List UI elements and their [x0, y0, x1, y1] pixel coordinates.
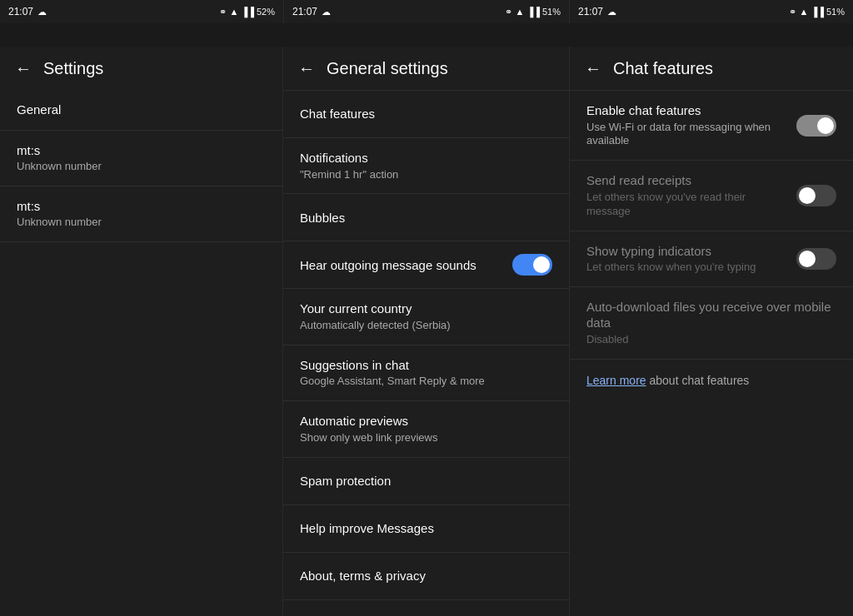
account1-title: mt:s: [17, 142, 266, 159]
sidebar-item-account2[interactable]: mt:s Unknown number: [0, 186, 282, 241]
auto-download-sub: Disabled: [586, 333, 836, 347]
about-label: About, terms & privacy: [300, 568, 552, 584]
typing-indicators-toggle[interactable]: [796, 248, 836, 270]
read-receipts-toggle[interactable]: [796, 185, 836, 206]
status-icons-left: ⚭ ▲ ▐▐ 52%: [219, 7, 275, 17]
toggle-thumb: [799, 251, 816, 267]
chat-features-header: ← Chat features: [570, 47, 853, 90]
notifications-label: Notifications: [300, 150, 552, 166]
enable-chat-toggle[interactable]: [796, 115, 836, 137]
learn-more-link[interactable]: Learn more: [586, 374, 646, 387]
setting-auto-previews[interactable]: Automatic previews Show only web link pr…: [283, 401, 569, 456]
battery-label-mid: 51%: [542, 7, 561, 17]
feature-read-receipts[interactable]: Send read receipts Let others know you'v…: [570, 161, 853, 230]
help-improve-label: Help improve Messages: [300, 520, 552, 537]
toggle-thumb: [533, 256, 550, 273]
enable-chat-sub: Use Wi-Fi or data for messaging when ava…: [586, 121, 786, 149]
auto-previews-label: Automatic previews: [300, 413, 552, 430]
status-bar-right: 21:07 ☁ ⚭ ▲ ▐▐ 51%: [570, 0, 853, 23]
settings-panel: ← Settings General mt:s Unknown number m…: [0, 47, 283, 616]
setting-notifications[interactable]: Notifications "Remind 1 hr" action: [283, 138, 569, 193]
general-settings-list: Chat features Notifications "Remind 1 hr…: [283, 90, 569, 616]
setting-country[interactable]: Your current country Automatically detec…: [283, 289, 569, 344]
chat-features-content: Chat features: [300, 106, 552, 122]
feature-auto-download[interactable]: Auto-download files you receive over mob…: [570, 287, 853, 359]
spam-label: Spam protection: [300, 473, 552, 489]
general-settings-panel: ← General settings Chat features Notific…: [283, 47, 570, 616]
sidebar-item-account1[interactable]: mt:s Unknown number: [0, 131, 282, 186]
suggestions-sub: Google Assistant, Smart Reply & more: [300, 375, 552, 389]
time-left: 21:07: [8, 6, 33, 17]
suggestions-content: Suggestions in chat Google Assistant, Sm…: [300, 357, 552, 389]
auto-download-title: Auto-download files you receive over mob…: [586, 299, 836, 331]
link-icon-right: ⚭: [789, 7, 796, 17]
cloud-icon-mid: ☁: [322, 7, 331, 17]
setting-bubbles[interactable]: Bubbles: [283, 194, 569, 241]
notifications-sub: "Remind 1 hr" action: [300, 168, 552, 182]
suggestions-label: Suggestions in chat: [300, 357, 552, 374]
spam-content: Spam protection: [300, 473, 552, 489]
signal-icon-mid: ▐▐: [526, 7, 540, 17]
auto-previews-sub: Show only web link previews: [300, 431, 552, 445]
setting-spam-protection[interactable]: Spam protection: [283, 458, 569, 504]
signal-icon-right: ▐▐: [811, 7, 824, 17]
country-sub: Automatically detected (Serbia): [300, 319, 552, 333]
settings-title: Settings: [43, 59, 103, 78]
sidebar-item-general[interactable]: General: [0, 90, 282, 130]
setting-outgoing-sounds[interactable]: Hear outgoing message sounds: [283, 241, 569, 288]
signal-icon: ▐▐: [241, 7, 254, 17]
settings-back-button[interactable]: ←: [13, 58, 33, 78]
battery-label-right: 51%: [826, 7, 845, 17]
chat-features-panel: ← Chat features Enable chat features Use…: [570, 47, 853, 616]
toggle-thumb: [799, 187, 816, 204]
typing-indicators-title: Show typing indicators: [586, 243, 786, 260]
setting-suggestions[interactable]: Suggestions in chat Google Assistant, Sm…: [283, 345, 569, 400]
typing-indicators-content: Show typing indicators Let others know w…: [586, 243, 786, 275]
wifi-icon: ▲: [229, 7, 238, 17]
general-label: General: [17, 102, 266, 118]
battery-label-left: 52%: [257, 7, 275, 17]
chat-features-title: Chat features: [613, 59, 713, 78]
toggle-thumb: [817, 117, 834, 134]
auto-download-content: Auto-download files you receive over mob…: [586, 299, 836, 347]
setting-about[interactable]: About, terms & privacy: [283, 553, 569, 599]
general-settings-back-button[interactable]: ←: [297, 58, 317, 78]
outgoing-sounds-toggle[interactable]: [512, 254, 552, 276]
account2-sub: Unknown number: [17, 216, 266, 230]
learn-more-rest: about chat features: [646, 374, 750, 387]
settings-header: ← Settings: [0, 47, 282, 90]
status-icons-right: ⚭ ▲ ▐▐ 51%: [789, 7, 845, 17]
settings-list: General mt:s Unknown number mt:s Unknown…: [0, 90, 282, 616]
status-bar-mid: 21:07 ☁ ⚭ ▲ ▐▐ 51%: [283, 0, 570, 23]
bubbles-label: Bubbles: [300, 210, 552, 226]
chat-features-label: Chat features: [300, 106, 552, 122]
outgoing-sounds-content: Hear outgoing message sounds: [300, 257, 502, 274]
time-mid: 21:07: [292, 6, 317, 17]
account2-title: mt:s: [17, 198, 266, 215]
learn-more-text: Learn more about chat features: [586, 374, 749, 387]
notifications-content: Notifications "Remind 1 hr" action: [300, 150, 552, 181]
link-icon-mid: ⚭: [505, 7, 512, 17]
status-icons-mid: ⚭ ▲ ▐▐ 51%: [505, 7, 561, 17]
setting-help-improve[interactable]: Help improve Messages: [283, 505, 569, 552]
chat-features-list: Enable chat features Use Wi-Fi or data f…: [570, 90, 853, 616]
country-label: Your current country: [300, 301, 552, 317]
about-content: About, terms & privacy: [300, 568, 552, 584]
feature-enable-chat[interactable]: Enable chat features Use Wi-Fi or data f…: [570, 91, 853, 160]
help-improve-content: Help improve Messages: [300, 520, 552, 537]
read-receipts-content: Send read receipts Let others know you'v…: [586, 172, 786, 218]
typing-indicators-sub: Let others know when you're typing: [586, 261, 786, 275]
chat-features-back-button[interactable]: ←: [583, 58, 603, 78]
setting-chat-features[interactable]: Chat features: [283, 91, 569, 137]
link-icon: ⚭: [219, 7, 227, 17]
read-receipts-sub: Let others know you've read their messag…: [586, 191, 786, 219]
general-settings-header: ← General settings: [283, 47, 569, 90]
feature-typing-indicators[interactable]: Show typing indicators Let others know w…: [570, 231, 853, 286]
cloud-icon-right: ☁: [607, 7, 616, 17]
outgoing-sounds-label: Hear outgoing message sounds: [300, 257, 502, 274]
account1-sub: Unknown number: [17, 160, 266, 174]
divider: [283, 599, 569, 600]
auto-previews-content: Automatic previews Show only web link pr…: [300, 413, 552, 445]
cloud-icon-left: ☁: [37, 7, 47, 17]
status-bar-left: 21:07 ☁ ⚭ ▲ ▐▐ 52%: [0, 0, 283, 23]
